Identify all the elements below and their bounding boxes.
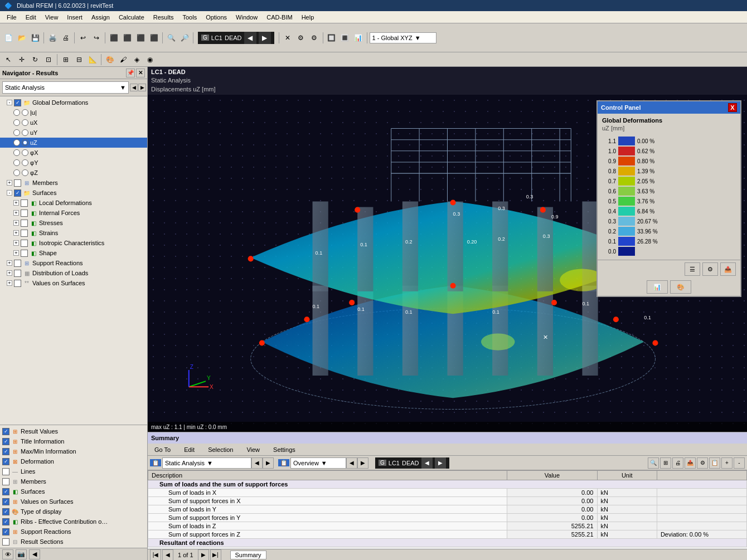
chk-deformation[interactable]: ✓ (2, 458, 9, 465)
chk-result-values[interactable]: ✓ (2, 428, 9, 435)
menu-cadbim[interactable]: CAD-BIM (262, 13, 297, 22)
radio-ux[interactable] (13, 119, 20, 126)
tree-uz[interactable]: uZ (0, 138, 147, 148)
lc-prev[interactable]: ◀ (244, 32, 256, 44)
tree-dist-loads[interactable]: + ▦ Distribution of Loads (0, 268, 147, 278)
sum-tb-settings[interactable]: ⚙ (697, 457, 708, 469)
measure-btn[interactable]: 📐 (86, 53, 99, 66)
radio-u-abs[interactable] (13, 109, 20, 116)
sum-lc-prev[interactable]: ◀ (421, 457, 433, 469)
sum-menu-selection[interactable]: Selection (203, 445, 237, 454)
sum-overview-prev[interactable]: ◀ (346, 457, 357, 469)
radio-phiz[interactable] (13, 169, 20, 176)
nav-prev-arrow[interactable]: ◀ (130, 84, 138, 91)
zoom-btn[interactable]: 🔍 (165, 32, 177, 44)
back-icon[interactable]: ◀ (29, 549, 40, 559)
page-next[interactable]: ▶ (198, 549, 209, 561)
cp-table-btn[interactable]: ☰ (685, 262, 700, 276)
page-last[interactable]: ▶| (210, 549, 221, 561)
select-btn[interactable]: ↖ (2, 53, 14, 66)
radio2-phiy[interactable] (22, 159, 28, 166)
expand-dist-loads[interactable]: + (7, 270, 12, 276)
tree-u-abs[interactable]: |u| (0, 108, 147, 118)
expand-isotropic[interactable]: + (13, 240, 19, 246)
menu-insert[interactable]: Insert (62, 13, 87, 22)
save-btn[interactable]: 💾 (29, 32, 41, 44)
sum-menu-goto[interactable]: Go To (150, 445, 175, 454)
radio2-phiz[interactable] (22, 169, 28, 176)
nav-deformation[interactable]: ✓ ⊠ Deformation (0, 456, 147, 466)
sum-tb-print[interactable]: 🖨 (672, 457, 683, 469)
expand-global-def[interactable]: - (7, 100, 12, 105)
check-isotropic[interactable] (21, 240, 28, 247)
chk-support-react-bot[interactable]: ✓ (2, 528, 9, 535)
rotate-btn[interactable]: ↻ (29, 53, 41, 66)
tools3-btn[interactable]: ⚙ (308, 32, 321, 44)
radio-uz[interactable] (13, 139, 20, 146)
color1-btn[interactable]: 🎨 (104, 53, 116, 66)
sum-tb-export[interactable]: 📤 (685, 457, 696, 469)
render3-btn[interactable]: 📊 (352, 32, 365, 44)
chk-members-bot[interactable] (2, 478, 9, 485)
sum-tb-search[interactable]: 🔍 (648, 457, 659, 469)
sum-tb-copy[interactable]: 📋 (709, 457, 720, 469)
tree-support-reactions[interactable]: + ⊞ Support Reactions (0, 258, 147, 268)
nav-result-sections[interactable]: ⊟ Result Sections (0, 537, 147, 547)
chk-result-sections[interactable] (2, 538, 9, 546)
tree-surfaces[interactable]: - ✓ 📁 Surfaces (0, 188, 147, 198)
expand-strains[interactable]: + (13, 230, 19, 236)
lc-next[interactable]: ▶ (259, 32, 271, 44)
tree-members[interactable]: + ⊞ Members (0, 178, 147, 188)
nav-surfaces-bot[interactable]: ✓ ◧ Surfaces (0, 486, 147, 496)
nav-type-display[interactable]: ✓ 🎨 Type of display (0, 507, 147, 517)
view1-btn[interactable]: ⬛ (108, 32, 120, 44)
page-prev[interactable]: ◀ (162, 549, 173, 561)
expand-support-react[interactable]: + (7, 260, 12, 266)
page-first[interactable]: |◀ (150, 549, 161, 561)
chk-surfaces-bot[interactable]: ✓ (2, 488, 9, 495)
check-members[interactable] (14, 179, 21, 187)
cp-close-btn[interactable]: X (728, 103, 737, 112)
menu-view[interactable]: View (41, 13, 63, 22)
chk-val-on-surf[interactable]: ✓ (2, 498, 9, 505)
check-dist-loads[interactable] (14, 270, 21, 277)
menu-window[interactable]: Window (231, 13, 262, 22)
undo-btn[interactable]: ↩ (77, 32, 89, 44)
wire-btn[interactable]: ◈ (130, 53, 143, 66)
sum-menu-view[interactable]: View (242, 445, 264, 454)
tree-local-def[interactable]: + ◧ Local Deformations (0, 198, 147, 208)
radio2-phix[interactable] (22, 149, 28, 156)
radio2-u-abs[interactable] (22, 109, 28, 116)
check-surfaces[interactable]: ✓ (14, 189, 21, 197)
check-shape[interactable] (21, 250, 28, 257)
chk-maxmin[interactable]: ✓ (2, 448, 9, 455)
tree-phix[interactable]: φX (0, 148, 147, 158)
new-btn[interactable]: 📄 (2, 32, 14, 44)
sum-tb-minus[interactable]: - (734, 457, 745, 469)
move-btn[interactable]: ✛ (16, 53, 28, 66)
radio-phiy[interactable] (13, 159, 20, 166)
check-strains[interactable] (21, 230, 28, 237)
sum-overview-dropdown[interactable]: Overview ▼ (290, 457, 346, 469)
nav-close-btn[interactable]: ✕ (136, 69, 145, 77)
tools1-btn[interactable]: ✕ (282, 32, 294, 44)
sum-menu-settings[interactable]: Settings (269, 445, 300, 454)
radio-uy[interactable] (13, 129, 20, 136)
sum-analysis-prev[interactable]: ◀ (251, 457, 263, 469)
tree-stresses[interactable]: + ◧ Stresses (0, 218, 147, 228)
radio2-uy[interactable] (22, 129, 28, 136)
render1-btn[interactable]: 🔲 (326, 32, 338, 44)
sum-lc-next[interactable]: ▶ (435, 457, 446, 469)
tree-values-surfaces[interactable]: + ** Values on Surfaces (0, 278, 147, 288)
check-local-def[interactable] (21, 199, 28, 207)
print-btn[interactable]: 🖨️ (46, 32, 59, 44)
check-int-forces[interactable] (21, 210, 28, 217)
grid-btn[interactable]: ⊟ (73, 53, 85, 66)
nav-title-info[interactable]: ✓ ⊞ Title Information (0, 436, 147, 446)
view3-btn[interactable]: ⬛ (134, 32, 147, 44)
check-support-react[interactable] (14, 260, 21, 267)
redo-btn[interactable]: ↪ (90, 32, 103, 44)
nav-values-on-surf[interactable]: ✓ ⊞ Values on Surfaces (0, 496, 147, 507)
tree-phiz[interactable]: φZ (0, 168, 147, 178)
tools2-btn[interactable]: ⚙ (295, 32, 307, 44)
